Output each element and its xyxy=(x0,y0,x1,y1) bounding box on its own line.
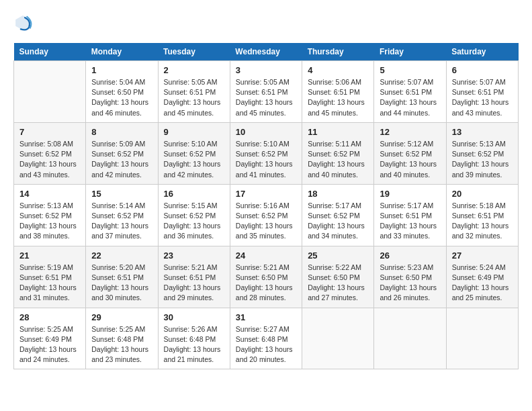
cell-text: Sunrise: 5:17 AM Sunset: 6:52 PM Dayligh… xyxy=(308,201,368,242)
page-header xyxy=(13,13,519,32)
calendar-cell: 15Sunrise: 5:14 AM Sunset: 6:52 PM Dayli… xyxy=(86,184,158,246)
cell-text: Sunrise: 5:18 AM Sunset: 6:51 PM Dayligh… xyxy=(452,201,513,242)
calendar-cell xyxy=(14,61,86,123)
calendar-cell: 23Sunrise: 5:21 AM Sunset: 6:51 PM Dayli… xyxy=(158,246,230,308)
cell-text: Sunrise: 5:21 AM Sunset: 6:50 PM Dayligh… xyxy=(236,263,296,304)
day-number: 1 xyxy=(91,65,152,75)
cell-text: Sunrise: 5:14 AM Sunset: 6:52 PM Dayligh… xyxy=(91,201,152,242)
calendar-cell: 8Sunrise: 5:09 AM Sunset: 6:52 PM Daylig… xyxy=(86,122,158,184)
day-number: 9 xyxy=(164,127,224,137)
cell-text: Sunrise: 5:13 AM Sunset: 6:52 PM Dayligh… xyxy=(19,201,80,242)
calendar-cell: 22Sunrise: 5:20 AM Sunset: 6:51 PM Dayli… xyxy=(86,246,158,308)
day-number: 18 xyxy=(308,189,368,199)
cell-text: Sunrise: 5:27 AM Sunset: 6:48 PM Dayligh… xyxy=(236,324,296,365)
calendar-cell: 13Sunrise: 5:13 AM Sunset: 6:52 PM Dayli… xyxy=(446,122,518,184)
day-number: 23 xyxy=(164,250,224,261)
cell-text: Sunrise: 5:12 AM Sunset: 6:52 PM Dayligh… xyxy=(380,139,440,180)
calendar-cell: 24Sunrise: 5:21 AM Sunset: 6:50 PM Dayli… xyxy=(230,246,302,308)
calendar-cell xyxy=(302,308,374,369)
calendar-cell: 29Sunrise: 5:25 AM Sunset: 6:48 PM Dayli… xyxy=(86,308,158,369)
day-number: 30 xyxy=(164,312,224,322)
calendar-cell: 27Sunrise: 5:24 AM Sunset: 6:49 PM Dayli… xyxy=(446,246,518,308)
day-number: 16 xyxy=(164,189,224,199)
cell-text: Sunrise: 5:10 AM Sunset: 6:52 PM Dayligh… xyxy=(164,139,224,180)
calendar-cell: 19Sunrise: 5:17 AM Sunset: 6:51 PM Dayli… xyxy=(374,184,446,246)
day-number: 26 xyxy=(380,250,440,261)
week-row-5: 28Sunrise: 5:25 AM Sunset: 6:49 PM Dayli… xyxy=(14,308,519,369)
calendar-cell: 25Sunrise: 5:22 AM Sunset: 6:50 PM Dayli… xyxy=(302,246,374,308)
week-row-1: 1Sunrise: 5:04 AM Sunset: 6:50 PM Daylig… xyxy=(14,61,519,123)
day-number: 8 xyxy=(91,127,152,137)
day-number: 2 xyxy=(164,65,224,75)
day-header-friday: Friday xyxy=(374,43,446,61)
day-number: 29 xyxy=(91,312,152,322)
day-number: 7 xyxy=(19,127,80,137)
day-number: 25 xyxy=(308,250,368,261)
cell-text: Sunrise: 5:21 AM Sunset: 6:51 PM Dayligh… xyxy=(164,263,224,304)
day-number: 24 xyxy=(236,250,296,261)
calendar-cell: 1Sunrise: 5:04 AM Sunset: 6:50 PM Daylig… xyxy=(86,61,158,123)
day-number: 4 xyxy=(308,65,368,75)
cell-text: Sunrise: 5:26 AM Sunset: 6:48 PM Dayligh… xyxy=(164,324,224,365)
logo xyxy=(13,13,35,32)
calendar-cell: 7Sunrise: 5:08 AM Sunset: 6:52 PM Daylig… xyxy=(14,122,86,184)
day-number: 14 xyxy=(19,189,80,199)
day-number: 28 xyxy=(19,312,80,322)
day-number: 6 xyxy=(452,65,513,75)
calendar-cell: 6Sunrise: 5:07 AM Sunset: 6:51 PM Daylig… xyxy=(446,61,518,123)
calendar-cell: 11Sunrise: 5:11 AM Sunset: 6:52 PM Dayli… xyxy=(302,122,374,184)
day-number: 3 xyxy=(236,65,296,75)
day-header-wednesday: Wednesday xyxy=(230,43,302,61)
day-number: 17 xyxy=(236,189,296,199)
cell-text: Sunrise: 5:05 AM Sunset: 6:51 PM Dayligh… xyxy=(236,77,296,118)
cell-text: Sunrise: 5:25 AM Sunset: 6:49 PM Dayligh… xyxy=(19,324,80,365)
calendar-cell xyxy=(446,308,518,369)
calendar-cell: 14Sunrise: 5:13 AM Sunset: 6:52 PM Dayli… xyxy=(14,184,86,246)
calendar-cell: 16Sunrise: 5:15 AM Sunset: 6:52 PM Dayli… xyxy=(158,184,230,246)
day-number: 20 xyxy=(452,189,513,199)
cell-text: Sunrise: 5:07 AM Sunset: 6:51 PM Dayligh… xyxy=(380,77,440,118)
cell-text: Sunrise: 5:20 AM Sunset: 6:51 PM Dayligh… xyxy=(91,263,152,304)
week-row-3: 14Sunrise: 5:13 AM Sunset: 6:52 PM Dayli… xyxy=(14,184,519,246)
calendar-cell: 4Sunrise: 5:06 AM Sunset: 6:51 PM Daylig… xyxy=(302,61,374,123)
day-header-saturday: Saturday xyxy=(446,43,518,61)
week-row-2: 7Sunrise: 5:08 AM Sunset: 6:52 PM Daylig… xyxy=(14,122,519,184)
calendar-cell: 28Sunrise: 5:25 AM Sunset: 6:49 PM Dayli… xyxy=(14,308,86,369)
calendar-cell xyxy=(374,308,446,369)
cell-text: Sunrise: 5:05 AM Sunset: 6:51 PM Dayligh… xyxy=(164,77,224,118)
day-number: 11 xyxy=(308,127,368,137)
day-number: 5 xyxy=(380,65,440,75)
calendar-cell: 12Sunrise: 5:12 AM Sunset: 6:52 PM Dayli… xyxy=(374,122,446,184)
cell-text: Sunrise: 5:07 AM Sunset: 6:51 PM Dayligh… xyxy=(452,77,513,118)
cell-text: Sunrise: 5:08 AM Sunset: 6:52 PM Dayligh… xyxy=(19,139,80,180)
cell-text: Sunrise: 5:09 AM Sunset: 6:52 PM Dayligh… xyxy=(91,139,152,180)
logo-icon xyxy=(13,13,32,32)
calendar-cell: 20Sunrise: 5:18 AM Sunset: 6:51 PM Dayli… xyxy=(446,184,518,246)
cell-text: Sunrise: 5:17 AM Sunset: 6:51 PM Dayligh… xyxy=(380,201,440,242)
calendar-cell: 31Sunrise: 5:27 AM Sunset: 6:48 PM Dayli… xyxy=(230,308,302,369)
cell-text: Sunrise: 5:04 AM Sunset: 6:50 PM Dayligh… xyxy=(91,77,152,118)
calendar-cell: 30Sunrise: 5:26 AM Sunset: 6:48 PM Dayli… xyxy=(158,308,230,369)
day-number: 13 xyxy=(452,127,513,137)
calendar-cell: 21Sunrise: 5:19 AM Sunset: 6:51 PM Dayli… xyxy=(14,246,86,308)
cell-text: Sunrise: 5:25 AM Sunset: 6:48 PM Dayligh… xyxy=(91,324,152,365)
day-header-sunday: Sunday xyxy=(14,43,86,61)
day-number: 31 xyxy=(236,312,296,322)
cell-text: Sunrise: 5:19 AM Sunset: 6:51 PM Dayligh… xyxy=(19,263,80,304)
calendar-cell: 2Sunrise: 5:05 AM Sunset: 6:51 PM Daylig… xyxy=(158,61,230,123)
cell-text: Sunrise: 5:15 AM Sunset: 6:52 PM Dayligh… xyxy=(164,201,224,242)
cell-text: Sunrise: 5:13 AM Sunset: 6:52 PM Dayligh… xyxy=(452,139,513,180)
cell-text: Sunrise: 5:24 AM Sunset: 6:49 PM Dayligh… xyxy=(452,263,513,304)
day-number: 22 xyxy=(91,250,152,261)
week-row-4: 21Sunrise: 5:19 AM Sunset: 6:51 PM Dayli… xyxy=(14,246,519,308)
calendar-cell: 26Sunrise: 5:23 AM Sunset: 6:50 PM Dayli… xyxy=(374,246,446,308)
calendar-cell: 17Sunrise: 5:16 AM Sunset: 6:52 PM Dayli… xyxy=(230,184,302,246)
day-number: 12 xyxy=(380,127,440,137)
day-number: 10 xyxy=(236,127,296,137)
cell-text: Sunrise: 5:11 AM Sunset: 6:52 PM Dayligh… xyxy=(308,139,368,180)
day-header-tuesday: Tuesday xyxy=(158,43,230,61)
cell-text: Sunrise: 5:10 AM Sunset: 6:52 PM Dayligh… xyxy=(236,139,296,180)
header-row: SundayMondayTuesdayWednesdayThursdayFrid… xyxy=(14,43,519,61)
calendar-cell: 5Sunrise: 5:07 AM Sunset: 6:51 PM Daylig… xyxy=(374,61,446,123)
calendar-table: SundayMondayTuesdayWednesdayThursdayFrid… xyxy=(13,43,519,369)
